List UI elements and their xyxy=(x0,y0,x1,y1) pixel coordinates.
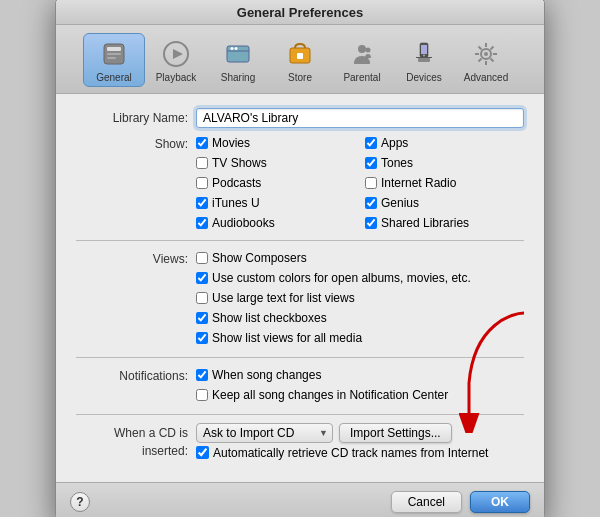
toolbar-item-devices[interactable]: Devices xyxy=(393,33,455,87)
general-icon xyxy=(98,38,130,70)
show-itunes-u: iTunes U xyxy=(196,194,355,212)
show-apps-checkbox[interactable] xyxy=(365,137,377,149)
divider-3 xyxy=(76,414,524,415)
cd-label: When a CD is inserted: xyxy=(76,423,196,460)
show-tvshows-checkbox[interactable] xyxy=(196,157,208,169)
show-genius-checkbox[interactable] xyxy=(365,197,377,209)
cancel-button[interactable]: Cancel xyxy=(391,491,462,513)
cd-field-group: Ask to Import CD Import CD Import CD and… xyxy=(196,423,524,460)
view-list-views-label: Show list views for all media xyxy=(212,329,362,347)
show-genius-label: Genius xyxy=(381,194,419,212)
svg-rect-3 xyxy=(107,57,116,59)
show-shared-libraries-checkbox[interactable] xyxy=(365,217,377,229)
show-label: Show: xyxy=(76,134,196,153)
toolbar-label-playback: Playback xyxy=(156,72,197,83)
divider-1 xyxy=(76,240,524,241)
svg-rect-18 xyxy=(418,58,430,62)
show-audiobooks-checkbox[interactable] xyxy=(196,217,208,229)
toolbar-item-playback[interactable]: Playback xyxy=(145,33,207,87)
show-podcasts-checkbox[interactable] xyxy=(196,177,208,189)
help-button[interactable]: ? xyxy=(70,492,90,512)
view-custom-colors-checkbox[interactable] xyxy=(196,272,208,284)
ok-button[interactable]: OK xyxy=(470,491,530,513)
toolbar-label-advanced: Advanced xyxy=(464,72,508,83)
toolbar-item-sharing[interactable]: Sharing xyxy=(207,33,269,87)
show-row: Show: Movies Apps TV Shows Tones xyxy=(76,134,524,232)
show-internet-radio-label: Internet Radio xyxy=(381,174,456,192)
show-apps-label: Apps xyxy=(381,134,408,152)
svg-rect-17 xyxy=(416,57,432,58)
svg-point-8 xyxy=(231,47,234,50)
svg-line-26 xyxy=(491,58,494,61)
cd-controls: Ask to Import CD Import CD Import CD and… xyxy=(196,423,524,443)
show-genius: Genius xyxy=(365,194,524,212)
notification-song-changes-label: When song changes xyxy=(212,366,321,384)
view-show-composers-checkbox[interactable] xyxy=(196,252,208,264)
show-audiobooks-label: Audiobooks xyxy=(212,214,275,232)
notifications-row: Notifications: When song changes Keep al… xyxy=(76,366,524,406)
show-shared-libraries-label: Shared Libraries xyxy=(381,214,469,232)
notification-song-changes-checkbox[interactable] xyxy=(196,369,208,381)
cd-auto-retrieve-checkbox[interactable] xyxy=(196,446,209,459)
toolbar-label-devices: Devices xyxy=(406,72,442,83)
svg-rect-11 xyxy=(297,53,303,59)
show-tones-checkbox[interactable] xyxy=(365,157,377,169)
show-movies: Movies xyxy=(196,134,355,152)
sharing-icon xyxy=(222,38,254,70)
view-custom-colors-label: Use custom colors for open albums, movie… xyxy=(212,269,471,287)
bottom-bar: ? Cancel OK xyxy=(56,482,544,518)
show-movies-checkbox[interactable] xyxy=(196,137,208,149)
svg-line-28 xyxy=(479,58,482,61)
toolbar-item-parental[interactable]: Parental xyxy=(331,33,393,87)
store-icon xyxy=(284,38,316,70)
views-row: Views: Show Composers Use custom colors … xyxy=(76,249,524,349)
preferences-content: Library Name: Show: Movies Apps TV Shows xyxy=(56,94,544,476)
parental-icon xyxy=(346,38,378,70)
show-apps: Apps xyxy=(365,134,524,152)
svg-point-20 xyxy=(484,52,488,56)
view-large-text: Use large text for list views xyxy=(196,289,524,307)
toolbar-label-parental: Parental xyxy=(343,72,380,83)
library-name-row: Library Name: xyxy=(76,108,524,128)
preferences-window: General Preferences General xyxy=(55,0,545,517)
view-list-views: Show list views for all media xyxy=(196,329,524,347)
divider-2 xyxy=(76,357,524,358)
svg-rect-2 xyxy=(107,53,121,55)
view-list-checkboxes-label: Show list checkboxes xyxy=(212,309,327,327)
view-large-text-checkbox[interactable] xyxy=(196,292,208,304)
library-name-field-group xyxy=(196,108,524,128)
notification-keep-all-song-checkbox[interactable] xyxy=(196,389,208,401)
svg-line-27 xyxy=(491,46,494,49)
show-tones-label: Tones xyxy=(381,154,413,172)
toolbar-item-general[interactable]: General xyxy=(83,33,145,87)
notification-song-changes: When song changes xyxy=(196,366,524,384)
toolbar-item-advanced[interactable]: Advanced xyxy=(455,33,517,87)
toolbar: General Playback Sharing xyxy=(56,25,544,94)
notification-keep-all-song-label: Keep all song changes in Notification Ce… xyxy=(212,386,448,404)
import-settings-button[interactable]: Import Settings... xyxy=(339,423,452,443)
views-label: Views: xyxy=(76,249,196,268)
view-list-checkboxes: Show list checkboxes xyxy=(196,309,524,327)
view-show-composers: Show Composers xyxy=(196,249,524,267)
library-name-label: Library Name: xyxy=(76,108,196,127)
advanced-icon xyxy=(470,38,502,70)
cd-row: When a CD is inserted: Ask to Import CD … xyxy=(76,423,524,460)
toolbar-label-store: Store xyxy=(288,72,312,83)
svg-rect-6 xyxy=(227,46,249,62)
playback-icon xyxy=(160,38,192,70)
toolbar-item-store[interactable]: Store xyxy=(269,33,331,87)
cd-insert-select[interactable]: Ask to Import CD Import CD Import CD and… xyxy=(196,423,333,443)
svg-point-9 xyxy=(235,47,238,50)
view-list-views-checkbox[interactable] xyxy=(196,332,208,344)
show-shared-libraries: Shared Libraries xyxy=(365,214,524,232)
notifications-checkboxes: When song changes Keep all song changes … xyxy=(196,366,524,406)
toolbar-label-general: General xyxy=(96,72,132,83)
view-list-checkboxes-checkbox[interactable] xyxy=(196,312,208,324)
show-podcasts: Podcasts xyxy=(196,174,355,192)
show-internet-radio-checkbox[interactable] xyxy=(365,177,377,189)
notifications-label: Notifications: xyxy=(76,366,196,385)
show-audiobooks: Audiobooks xyxy=(196,214,355,232)
svg-rect-1 xyxy=(107,47,121,51)
show-itunes-u-checkbox[interactable] xyxy=(196,197,208,209)
library-name-input[interactable] xyxy=(196,108,524,128)
